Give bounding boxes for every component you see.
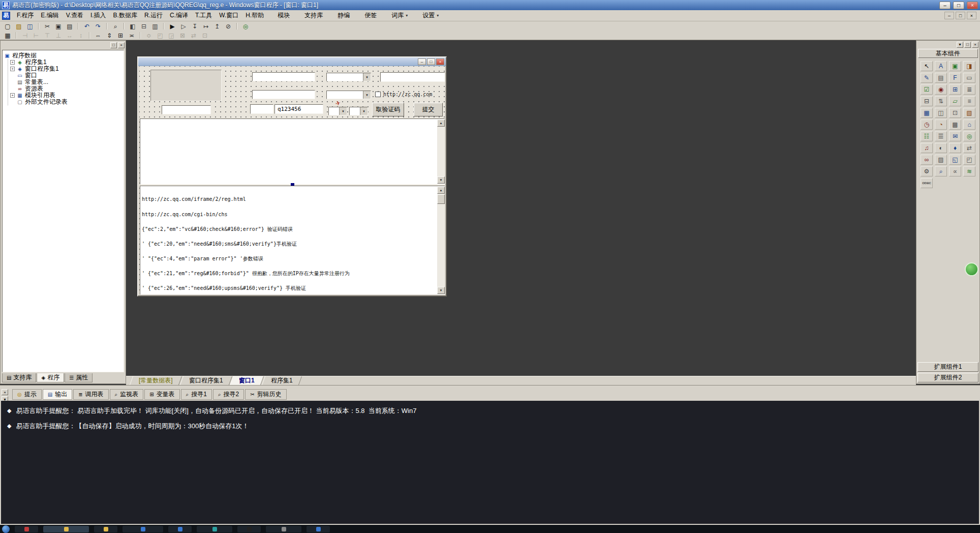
mdi-minimize-button[interactable]: – [944, 12, 954, 19]
size-to-grid-icon[interactable]: ⊡ [200, 31, 210, 40]
menu-module[interactable]: 模块 [273, 10, 294, 21]
palette-media-player-icon[interactable]: ♫ [921, 143, 933, 153]
tab-constants-table[interactable]: [常量数据表] [130, 376, 182, 385]
extended-components-1-button[interactable]: 扩展组件1 [917, 362, 978, 372]
taskbar-item-3[interactable] [94, 526, 117, 532]
extended-components-2-button[interactable]: 扩展组件2 [917, 373, 978, 382]
redo-icon[interactable]: ↷ [93, 22, 103, 31]
expand-icon[interactable]: + [10, 60, 15, 65]
scroll-up-icon[interactable]: ▲ [437, 187, 445, 194]
space-equal-vertical-icon[interactable]: ≎ [144, 31, 154, 40]
palette-resource-icon[interactable]: ∞ [921, 155, 933, 165]
tab-watch-table[interactable]: ⌕ 监视表 [110, 389, 144, 400]
designer-minimize-button[interactable]: – [418, 58, 426, 65]
undo-icon[interactable]: ↶ [82, 22, 92, 31]
output-close-icon[interactable]: × [2, 389, 8, 395]
taskbar-item-7[interactable] [237, 526, 261, 532]
run-alt-icon[interactable]: ▷ [178, 22, 189, 31]
view-pane-left-icon[interactable]: ◧ [128, 22, 138, 31]
align-left-icon[interactable]: ⊣ [20, 31, 30, 40]
tab-support-library[interactable]: ▤ 支持库 [2, 373, 36, 382]
start-button[interactable] [2, 525, 10, 533]
view-pane-split-icon[interactable]: ⊟ [139, 22, 149, 31]
tab-hints[interactable]: ◎ 提示 [12, 389, 42, 400]
step-out-icon[interactable]: ↥ [212, 22, 222, 31]
palette-edit-box-icon[interactable]: ✎ [921, 73, 933, 83]
menu-support-lib[interactable]: 支持库 [300, 10, 327, 21]
taskbar-item-9[interactable] [307, 526, 330, 532]
palette-rich-edit-icon[interactable]: ▤ [935, 73, 947, 83]
view-pane-columns-icon[interactable]: ▥ [150, 22, 160, 31]
edit-control-5[interactable] [250, 104, 273, 114]
palette-radio-box-icon[interactable]: ◉ [935, 84, 947, 95]
scroll-down-icon[interactable]: ▼ [437, 176, 445, 184]
palette-grid-box-icon[interactable]: ⊞ [949, 84, 961, 95]
palette-table-icon[interactable]: ▦ [921, 108, 933, 118]
panel-float-icon[interactable]: □ [110, 42, 117, 48]
scrollbar[interactable]: ▲ ▼ [437, 120, 445, 184]
basic-components-header[interactable]: 基本组件 [918, 49, 978, 58]
cut-icon[interactable]: ✂ [42, 22, 52, 31]
open-file-icon[interactable]: ▨ [14, 22, 24, 31]
same-height-icon[interactable]: ⇕ [104, 31, 114, 40]
menu-help[interactable]: H.帮助 [242, 10, 267, 21]
menu-run[interactable]: R.运行 [141, 10, 166, 21]
space-equal-horizontal-icon[interactable]: ≍ [127, 31, 137, 40]
palette-tree-box-icon[interactable]: ☷ [921, 131, 933, 141]
align-top-icon[interactable]: ⊤ [42, 31, 52, 40]
palette-button-icon[interactable]: ▭ [963, 73, 975, 83]
palette-timer-icon[interactable]: ◔ [935, 120, 947, 130]
palette-gear-icon[interactable]: ⚙ [921, 166, 933, 176]
tree-root[interactable]: ▣ 程序数据 [4, 52, 122, 59]
taskbar-item-8[interactable] [266, 526, 301, 532]
output-log[interactable]: ◆ 易语言助手提醒您： 易语言助手加载完毕！ 词库功能[关闭]，自动备份源码已开… [1, 401, 979, 524]
palette-odbc-icon[interactable]: ODBC [921, 178, 933, 188]
assistant-float-icon[interactable] [965, 262, 978, 276]
palette-module-box-icon[interactable]: ▨ [935, 155, 947, 165]
mdi-close-button[interactable]: × [967, 12, 976, 19]
menu-settings[interactable]: 设置▾ [418, 10, 443, 21]
palette-draw-board-icon[interactable]: ◐ [935, 143, 947, 153]
palette-animation-box-icon[interactable]: ◨ [963, 61, 975, 71]
designer-maximize-button[interactable]: □ [427, 58, 435, 65]
tab-search1[interactable]: ⌕ 搜寻1 [181, 389, 212, 400]
palette-combo-box-icon[interactable]: ⊟ [921, 96, 933, 106]
palette-panel-icon[interactable]: ▩ [949, 120, 961, 130]
dropdown-arrow-icon[interactable]: ▼ [363, 73, 371, 81]
maximize-button[interactable]: □ [953, 2, 964, 9]
taskbar-item-1[interactable] [15, 526, 38, 532]
form-canvas[interactable]: ▼ ▼ http://zc.qq.com q123456 ✈ ▼ ▼ 取验证码 … [139, 66, 445, 294]
paste-icon[interactable]: ▤ [65, 22, 75, 31]
palette-browser-icon[interactable]: ◎ [963, 131, 975, 141]
palette-list-box-icon[interactable]: ≣ [963, 84, 975, 95]
edit-control-2[interactable] [380, 72, 445, 82]
combo-control-3[interactable]: ▼ [328, 107, 347, 115]
tab-order-icon[interactable]: ⇄ [189, 31, 199, 40]
menu-lexicon[interactable]: 词库▾ [387, 10, 412, 21]
send-to-back-icon[interactable]: ◲ [166, 31, 176, 40]
palette-spin-box-icon[interactable]: ◫ [935, 108, 947, 118]
combo-control-1[interactable]: ▼ [326, 73, 371, 81]
palette-clock-icon[interactable]: ◷ [921, 120, 933, 130]
palette-calendar-icon[interactable]: ⌂ [963, 120, 975, 130]
step-over-icon[interactable]: ↦ [201, 22, 211, 31]
expand-icon[interactable]: + [10, 93, 15, 98]
menu-database[interactable]: B.数据库 [110, 10, 141, 21]
save-file-icon[interactable]: ◫ [25, 22, 35, 31]
panel-close-icon[interactable]: × [118, 42, 125, 48]
designer-close-button[interactable]: × [436, 58, 444, 65]
program-data-tree[interactable]: ▣ 程序数据 + ◈ 程序集1 + ◈ 窗口程序集1 ▭ 窗口 [2, 50, 124, 372]
palette-font-box-icon[interactable]: F [949, 73, 961, 83]
tab-program[interactable]: ◈ 程序 [37, 373, 64, 382]
tab-call-table[interactable]: ≣ 调用表 [73, 389, 108, 400]
palette-label-icon[interactable]: A [935, 61, 947, 71]
mdi-restore-button[interactable]: □ [956, 12, 965, 19]
panel-pin-icon[interactable]: ▾ [957, 42, 963, 48]
edit-control-4[interactable] [162, 105, 211, 114]
copy-icon[interactable]: ▣ [53, 22, 64, 31]
run-icon[interactable]: ▶ [167, 22, 177, 31]
palette-menu-icon[interactable]: ☰ [935, 131, 947, 141]
list-box-control[interactable]: ▲ ▼ [140, 119, 445, 185]
password-edit-control[interactable]: q123456 [274, 104, 323, 114]
center-vertical-icon[interactable]: ↕ [76, 31, 86, 40]
